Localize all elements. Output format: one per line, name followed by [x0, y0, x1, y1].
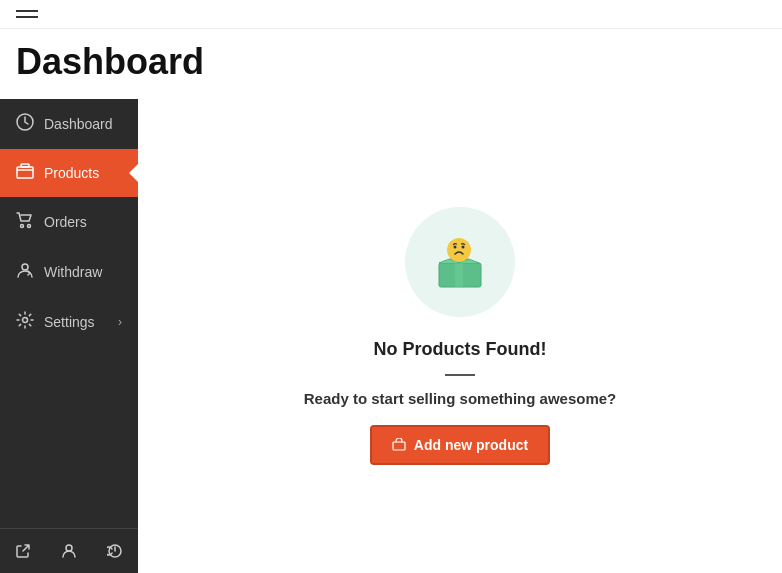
withdraw-icon	[16, 261, 34, 283]
svg-rect-10	[455, 263, 463, 287]
svg-point-4	[28, 225, 31, 228]
active-arrow	[129, 163, 139, 183]
external-link-button[interactable]	[0, 529, 46, 573]
svg-point-11	[447, 238, 471, 262]
sidebar-bottom-icons	[0, 528, 138, 573]
svg-point-7	[66, 545, 72, 551]
sidebar-item-dashboard[interactable]: Dashboard	[0, 99, 138, 149]
sidebar-item-dashboard-label: Dashboard	[44, 116, 113, 132]
empty-title: No Products Found!	[374, 339, 547, 360]
orders-icon	[16, 211, 34, 233]
svg-rect-14	[393, 442, 405, 450]
menu-button[interactable]	[16, 10, 38, 18]
svg-point-5	[22, 264, 28, 270]
sidebar-item-withdraw-label: Withdraw	[44, 264, 102, 280]
sidebar-item-products[interactable]: Products	[0, 149, 138, 197]
sidebar-item-products-label: Products	[44, 165, 99, 181]
add-product-button[interactable]: Add new product	[370, 425, 550, 465]
dashboard-icon	[16, 113, 34, 135]
user-profile-button[interactable]	[46, 529, 92, 573]
sidebar-item-settings-label: Settings	[44, 314, 95, 330]
page-title: Dashboard	[16, 41, 766, 83]
sidebar-item-orders[interactable]: Orders	[0, 197, 138, 247]
chevron-down-icon: ›	[118, 315, 122, 329]
products-icon	[16, 163, 34, 183]
empty-subtitle: Ready to start selling something awesome…	[304, 390, 617, 407]
sidebar-item-withdraw[interactable]: Withdraw	[0, 247, 138, 297]
settings-icon	[16, 311, 34, 333]
svg-point-3	[21, 225, 24, 228]
svg-rect-1	[17, 167, 33, 178]
empty-illustration	[405, 207, 515, 317]
sidebar: Dashboard Products Orders	[0, 99, 138, 573]
sidebar-item-orders-label: Orders	[44, 214, 87, 230]
main-content: No Products Found! Ready to start sellin…	[138, 99, 782, 573]
add-product-button-label: Add new product	[414, 437, 528, 453]
top-bar	[0, 0, 782, 29]
sidebar-item-settings[interactable]: Settings ›	[0, 297, 138, 347]
svg-point-13	[462, 245, 465, 248]
svg-point-12	[454, 245, 457, 248]
logout-button[interactable]	[92, 529, 138, 573]
svg-rect-2	[21, 164, 29, 167]
divider	[445, 374, 475, 376]
svg-point-6	[23, 318, 28, 323]
page-header: Dashboard	[0, 29, 782, 99]
main-layout: Dashboard Products Orders	[0, 99, 782, 573]
empty-state: No Products Found! Ready to start sellin…	[304, 207, 617, 465]
